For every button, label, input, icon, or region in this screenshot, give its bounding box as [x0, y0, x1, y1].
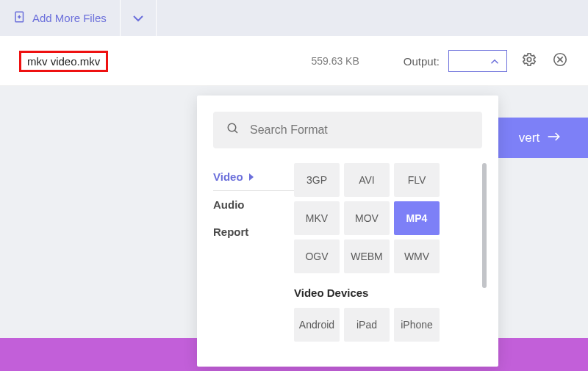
category-report-label: Report [213, 226, 248, 238]
add-more-files-label: Add More Files [32, 12, 107, 24]
device-grid: AndroidiPadiPhone [294, 308, 478, 342]
output-label: Output: [404, 55, 440, 68]
file-name: mkv video.mkv [19, 51, 108, 72]
add-more-files-dropdown[interactable] [121, 0, 157, 36]
search-wrap [213, 112, 482, 148]
topbar: Add More Files [0, 0, 588, 37]
category-report[interactable]: Report [213, 218, 294, 245]
convert-button[interactable]: vert [492, 118, 588, 158]
device-ipad[interactable]: iPad [344, 308, 390, 342]
add-file-icon [13, 10, 26, 26]
close-icon [552, 51, 568, 71]
remove-file-button[interactable] [551, 52, 569, 70]
category-list: Video Audio Report [213, 163, 294, 355]
convert-label: vert [519, 131, 539, 145]
format-avi[interactable]: AVI [344, 163, 390, 197]
format-webm[interactable]: WEBM [344, 239, 390, 273]
format-grid: 3GPAVIFLVMKVMOVMP4OGVWEBMWMV [294, 163, 478, 273]
format-3gp[interactable]: 3GP [294, 163, 340, 197]
svg-point-3 [527, 57, 531, 62]
video-devices-heading: Video Devices [294, 287, 478, 299]
search-icon [226, 122, 240, 138]
add-more-files-button[interactable]: Add More Files [0, 0, 121, 36]
format-picker: Video Audio Report 3GPAVIFLVMKVMOVMP4OGV… [197, 96, 498, 367]
format-flv[interactable]: FLV [394, 163, 440, 197]
settings-button[interactable] [520, 52, 538, 70]
svg-point-8 [228, 123, 236, 132]
caret-right-icon [249, 170, 254, 183]
category-video[interactable]: Video [213, 163, 294, 191]
format-wmv[interactable]: WMV [394, 239, 440, 273]
search-input[interactable] [250, 123, 469, 137]
format-mp4[interactable]: MP4 [394, 201, 440, 235]
device-android[interactable]: Android [294, 308, 340, 342]
scrollbar[interactable] [482, 163, 487, 288]
category-audio[interactable]: Audio [213, 191, 294, 218]
svg-line-9 [234, 130, 237, 133]
chevron-up-icon [490, 54, 499, 68]
output-format-select[interactable] [448, 50, 507, 72]
category-audio-label: Audio [213, 198, 245, 211]
format-mov[interactable]: MOV [344, 201, 390, 235]
scroll-thumb[interactable] [482, 163, 487, 288]
file-size: 559.63 KB [311, 55, 359, 67]
file-row: mkv video.mkv 559.63 KB Output: [0, 37, 588, 86]
gear-icon [521, 51, 537, 71]
chevron-down-icon [132, 12, 144, 25]
device-iphone[interactable]: iPhone [394, 308, 440, 342]
arrow-right-icon [547, 131, 562, 145]
format-mkv[interactable]: MKV [294, 201, 340, 235]
category-video-label: Video [213, 170, 243, 183]
format-ogv[interactable]: OGV [294, 239, 340, 273]
format-area: 3GPAVIFLVMKVMOVMP4OGVWEBMWMV Video Devic… [294, 163, 494, 355]
svg-marker-10 [249, 173, 254, 181]
